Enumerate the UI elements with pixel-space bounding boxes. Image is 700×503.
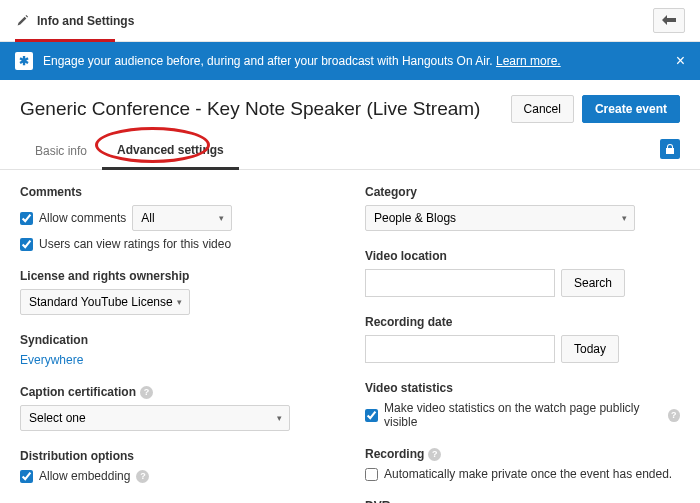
category-title: Category — [365, 185, 680, 199]
tabs: Basic info Advanced settings — [0, 133, 700, 170]
syndication-title: Syndication — [20, 333, 335, 347]
search-button[interactable]: Search — [561, 269, 625, 297]
comments-title: Comments — [20, 185, 335, 199]
allow-embedding-checkbox[interactable] — [20, 470, 33, 483]
comments-filter-select[interactable]: All — [132, 205, 232, 231]
banner-text: Engage your audience before, during and … — [43, 54, 493, 68]
recording-title: Recording — [365, 447, 424, 461]
caption-title: Caption certification — [20, 385, 136, 399]
tab-advanced-settings[interactable]: Advanced settings — [102, 133, 239, 170]
page-title: Generic Conference - Key Note Speaker (L… — [20, 98, 480, 120]
comments-section: Comments Allow comments All Users can vi… — [20, 185, 335, 251]
caption-select[interactable]: Select one — [20, 405, 290, 431]
auto-private-checkbox[interactable] — [365, 468, 378, 481]
close-icon[interactable]: × — [676, 52, 685, 70]
topbar-title: Info and Settings — [37, 14, 134, 28]
caption-section: Caption certification? Select one — [20, 385, 335, 431]
cancel-button[interactable]: Cancel — [511, 95, 574, 123]
dvr-section: DVR Enable DVR (The ability to seek back… — [365, 499, 680, 503]
pencil-icon — [15, 14, 29, 28]
help-icon[interactable]: ? — [140, 386, 153, 399]
help-icon[interactable]: ? — [428, 448, 441, 461]
today-button[interactable]: Today — [561, 335, 619, 363]
dvr-title: DVR — [365, 499, 680, 503]
stats-section: Video statistics Make video statistics o… — [365, 381, 680, 429]
stats-title: Video statistics — [365, 381, 680, 395]
license-title: License and rights ownership — [20, 269, 335, 283]
distribution-section: Distribution options Allow embedding ? — [20, 449, 335, 483]
right-column: Category People & Blogs Video location S… — [365, 185, 680, 503]
recording-date-input[interactable] — [365, 335, 555, 363]
allow-embedding-label: Allow embedding — [39, 469, 130, 483]
category-select[interactable]: People & Blogs — [365, 205, 635, 231]
syndication-value[interactable]: Everywhere — [20, 353, 335, 367]
back-button[interactable] — [653, 8, 685, 33]
ratings-label: Users can view ratings for this video — [39, 237, 231, 251]
allow-comments-label: Allow comments — [39, 211, 126, 225]
content: Comments Allow comments All Users can vi… — [0, 170, 700, 503]
license-section: License and rights ownership Standard Yo… — [20, 269, 335, 315]
create-event-button[interactable]: Create event — [582, 95, 680, 123]
topbar: Info and Settings — [0, 0, 700, 42]
location-section: Video location Search — [365, 249, 680, 297]
recording-section: Recording? Automatically make private on… — [365, 447, 680, 481]
allow-comments-checkbox[interactable] — [20, 212, 33, 225]
auto-private-label: Automatically make private once the even… — [384, 467, 672, 481]
star-icon: ✱ — [15, 52, 33, 70]
left-column: Comments Allow comments All Users can vi… — [20, 185, 335, 503]
recording-date-title: Recording date — [365, 315, 680, 329]
info-banner: ✱ Engage your audience before, during an… — [0, 42, 700, 80]
stats-visible-label: Make video statistics on the watch page … — [384, 401, 662, 429]
ratings-checkbox[interactable] — [20, 238, 33, 251]
page-header: Generic Conference - Key Note Speaker (L… — [0, 80, 700, 133]
stats-visible-checkbox[interactable] — [365, 409, 378, 422]
license-select[interactable]: Standard YouTube License — [20, 289, 190, 315]
recording-date-section: Recording date Today — [365, 315, 680, 363]
banner-link[interactable]: Learn more. — [496, 54, 561, 68]
distribution-title: Distribution options — [20, 449, 335, 463]
category-section: Category People & Blogs — [365, 185, 680, 231]
syndication-section: Syndication Everywhere — [20, 333, 335, 367]
tab-basic-info[interactable]: Basic info — [20, 134, 102, 168]
location-input[interactable] — [365, 269, 555, 297]
lock-icon[interactable] — [660, 139, 680, 159]
help-icon[interactable]: ? — [668, 409, 680, 422]
help-icon[interactable]: ? — [136, 470, 149, 483]
location-title: Video location — [365, 249, 680, 263]
